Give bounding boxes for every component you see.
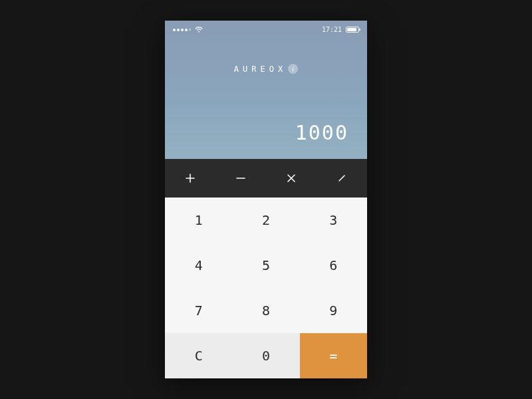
status-bar: 17:21 — [165, 21, 367, 33]
app-brand: AUREOX i — [165, 64, 367, 74]
key-0[interactable]: 0 — [232, 333, 299, 378]
calculator-app: 17:21 AUREOX i 1000 1 2 3 4 5 6 — [165, 21, 367, 378]
equals-button[interactable]: = — [300, 333, 367, 378]
key-1[interactable]: 1 — [165, 198, 232, 243]
key-4[interactable]: 4 — [165, 243, 232, 288]
add-button[interactable] — [165, 159, 215, 198]
calculator-display: 1000 — [165, 74, 367, 159]
clear-button[interactable]: C — [165, 333, 232, 378]
keypad: 1 2 3 4 5 6 7 8 9 C 0 = — [165, 198, 367, 378]
divide-button[interactable] — [317, 159, 367, 198]
info-icon[interactable]: i — [288, 64, 298, 74]
key-7[interactable]: 7 — [165, 288, 232, 333]
wifi-icon — [195, 27, 203, 33]
status-right: 17:21 — [322, 26, 359, 33]
battery-icon — [346, 27, 359, 33]
display-area: 17:21 AUREOX i 1000 — [165, 21, 367, 159]
app-name: AUREOX — [234, 65, 287, 74]
display-value: 1000 — [295, 121, 348, 144]
signal-dots-icon — [173, 29, 191, 31]
key-6[interactable]: 6 — [300, 243, 367, 288]
subtract-button[interactable] — [215, 159, 266, 198]
multiply-button[interactable] — [266, 159, 317, 198]
status-left — [173, 27, 203, 33]
key-8[interactable]: 8 — [232, 288, 299, 333]
operator-row — [165, 159, 367, 198]
key-5[interactable]: 5 — [232, 243, 299, 288]
key-9[interactable]: 9 — [300, 288, 367, 333]
status-time: 17:21 — [322, 26, 342, 33]
key-3[interactable]: 3 — [300, 198, 367, 243]
key-2[interactable]: 2 — [232, 198, 299, 243]
